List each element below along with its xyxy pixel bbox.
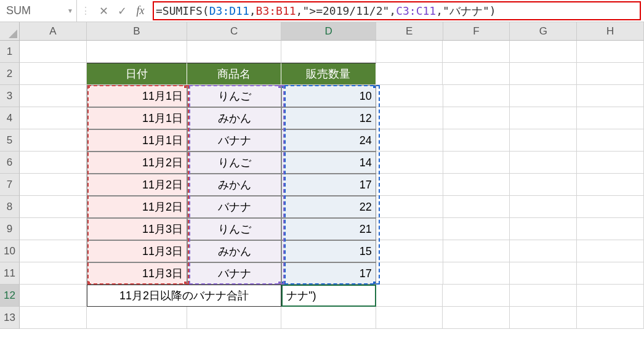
cell-D8[interactable]: 22 bbox=[281, 196, 376, 218]
col-header-D[interactable]: D bbox=[281, 22, 376, 41]
formula-input[interactable]: =SUMIFS(D3:D11,B3:B11,">=2019/11/2",C3:C… bbox=[150, 0, 644, 22]
cell-G4[interactable] bbox=[510, 107, 577, 129]
cancel-icon[interactable]: ✕ bbox=[94, 0, 113, 22]
row-header-11[interactable]: 11 bbox=[0, 262, 20, 285]
cell-B3[interactable]: 11月1日 bbox=[87, 85, 187, 107]
cell-F5[interactable] bbox=[443, 129, 510, 152]
cell-E10[interactable] bbox=[376, 240, 443, 262]
cell-H13[interactable] bbox=[577, 307, 644, 329]
row-header-2[interactable]: 2 bbox=[0, 63, 20, 85]
cell-G9[interactable] bbox=[510, 218, 577, 240]
cell-A4[interactable] bbox=[20, 107, 87, 129]
cell-E6[interactable] bbox=[376, 152, 443, 174]
cell-B1[interactable] bbox=[87, 41, 187, 63]
cell-H1[interactable] bbox=[577, 41, 644, 63]
cell-C3[interactable]: りんご bbox=[187, 85, 281, 107]
cell-D13[interactable] bbox=[281, 307, 376, 329]
col-header-E[interactable]: E bbox=[376, 22, 443, 41]
row-header-4[interactable]: 4 bbox=[0, 107, 20, 129]
cell-D10[interactable]: 15 bbox=[281, 240, 376, 262]
cell-B10[interactable]: 11月3日 bbox=[87, 240, 187, 262]
name-box-dropdown-icon[interactable]: ▼ bbox=[67, 7, 73, 14]
col-header-F[interactable]: F bbox=[443, 22, 510, 41]
col-header-A[interactable]: A bbox=[20, 22, 87, 41]
row-header-6[interactable]: 6 bbox=[0, 152, 20, 174]
cell-F10[interactable] bbox=[443, 240, 510, 262]
cell-H3[interactable] bbox=[577, 85, 644, 107]
name-box[interactable]: SUM ▼ bbox=[0, 0, 77, 22]
cell-E12[interactable] bbox=[376, 285, 443, 307]
cell-F11[interactable] bbox=[443, 262, 510, 285]
cell-F3[interactable] bbox=[443, 85, 510, 107]
cell-B8[interactable]: 11月2日 bbox=[87, 196, 187, 218]
cell-D12[interactable]: ナナ") bbox=[281, 285, 376, 307]
cell-C4[interactable]: みかん bbox=[187, 107, 281, 129]
cell-G11[interactable] bbox=[510, 262, 577, 285]
cell-E4[interactable] bbox=[376, 107, 443, 129]
cell-C5[interactable]: バナナ bbox=[187, 129, 281, 152]
cell-F12[interactable] bbox=[443, 285, 510, 307]
cell-A10[interactable] bbox=[20, 240, 87, 262]
cell-G13[interactable] bbox=[510, 307, 577, 329]
cell-H6[interactable] bbox=[577, 152, 644, 174]
cell-C6[interactable]: りんご bbox=[187, 152, 281, 174]
row-header-13[interactable]: 13 bbox=[0, 307, 20, 329]
cell-D7[interactable]: 17 bbox=[281, 174, 376, 196]
row-header-3[interactable]: 3 bbox=[0, 85, 20, 107]
cell-H8[interactable] bbox=[577, 196, 644, 218]
cell-G3[interactable] bbox=[510, 85, 577, 107]
row-header-7[interactable]: 7 bbox=[0, 174, 20, 196]
cell-B9[interactable]: 11月3日 bbox=[87, 218, 187, 240]
cell-E8[interactable] bbox=[376, 196, 443, 218]
cell-E5[interactable] bbox=[376, 129, 443, 152]
cell-A2[interactable] bbox=[20, 63, 87, 85]
cell-H11[interactable] bbox=[577, 262, 644, 285]
cell-G7[interactable] bbox=[510, 174, 577, 196]
cell-B11[interactable]: 11月3日 bbox=[87, 262, 187, 285]
cell-E9[interactable] bbox=[376, 218, 443, 240]
cell-A5[interactable] bbox=[20, 129, 87, 152]
row-header-1[interactable]: 1 bbox=[0, 41, 20, 63]
cell-A7[interactable] bbox=[20, 174, 87, 196]
cell-D9[interactable]: 21 bbox=[281, 218, 376, 240]
cell-A1[interactable] bbox=[20, 41, 87, 63]
cell-G12[interactable] bbox=[510, 285, 577, 307]
fx-icon[interactable]: fx bbox=[131, 0, 150, 22]
col-header-B[interactable]: B bbox=[87, 22, 187, 41]
col-header-G[interactable]: G bbox=[510, 22, 577, 41]
row-header-10[interactable]: 10 bbox=[0, 240, 20, 262]
cell-H2[interactable] bbox=[577, 63, 644, 85]
cell-D6[interactable]: 14 bbox=[281, 152, 376, 174]
row-header-12[interactable]: 12 bbox=[0, 285, 20, 307]
row-header-8[interactable]: 8 bbox=[0, 196, 20, 218]
cell-F2[interactable] bbox=[443, 63, 510, 85]
cell-H12[interactable] bbox=[577, 285, 644, 307]
cell-G1[interactable] bbox=[510, 41, 577, 63]
cell-H4[interactable] bbox=[577, 107, 644, 129]
cell-H9[interactable] bbox=[577, 218, 644, 240]
cell-F7[interactable] bbox=[443, 174, 510, 196]
cell-D5[interactable]: 24 bbox=[281, 129, 376, 152]
col-header-H[interactable]: H bbox=[577, 22, 644, 41]
cell-F1[interactable] bbox=[443, 41, 510, 63]
cell-C1[interactable] bbox=[187, 41, 281, 63]
cell-C2[interactable]: 商品名 bbox=[187, 63, 281, 85]
cell-D3[interactable]: 10 bbox=[281, 85, 376, 107]
cell-G8[interactable] bbox=[510, 196, 577, 218]
cell-E2[interactable] bbox=[376, 63, 443, 85]
cell-C9[interactable]: りんご bbox=[187, 218, 281, 240]
cell-B5[interactable]: 11月1日 bbox=[87, 129, 187, 152]
cell-E13[interactable] bbox=[376, 307, 443, 329]
cell-A11[interactable] bbox=[20, 262, 87, 285]
cell-C7[interactable]: みかん bbox=[187, 174, 281, 196]
cell-B4[interactable]: 11月1日 bbox=[87, 107, 187, 129]
cell-A3[interactable] bbox=[20, 85, 87, 107]
cell-A12[interactable] bbox=[20, 285, 87, 307]
cell-F13[interactable] bbox=[443, 307, 510, 329]
cell-C11[interactable]: バナナ bbox=[187, 262, 281, 285]
cell-H10[interactable] bbox=[577, 240, 644, 262]
cell-F4[interactable] bbox=[443, 107, 510, 129]
col-header-C[interactable]: C bbox=[187, 22, 281, 41]
cell-A8[interactable] bbox=[20, 196, 87, 218]
cell-D4[interactable]: 12 bbox=[281, 107, 376, 129]
